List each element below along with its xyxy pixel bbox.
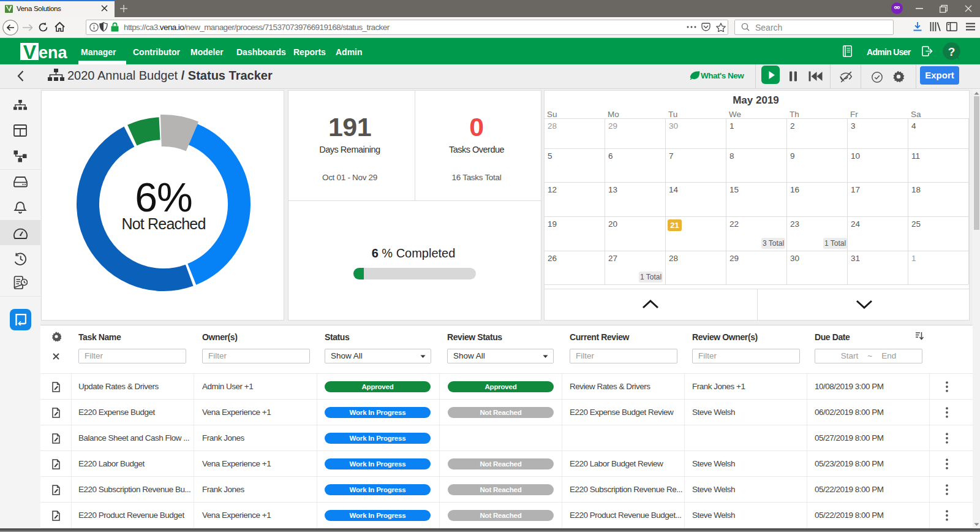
svg-text:?: ? bbox=[948, 45, 956, 58]
svg-text:V: V bbox=[23, 42, 37, 61]
svg-text:6%: 6% bbox=[135, 175, 192, 220]
svg-text:ena: ena bbox=[39, 44, 68, 61]
svg-text:Not Reached: Not Reached bbox=[121, 215, 205, 232]
